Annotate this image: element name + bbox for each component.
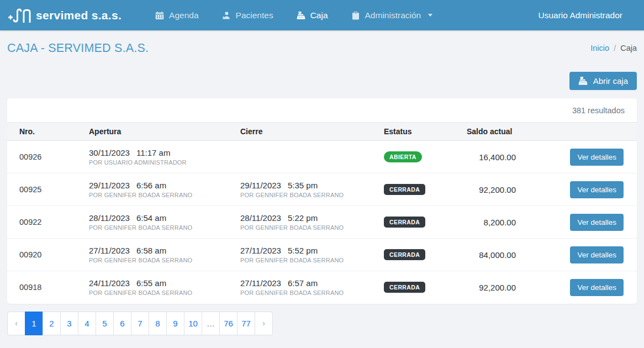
apertura-time: 6:56 am <box>136 181 166 190</box>
cierre-by: POR GENNIFER BOADA SERRANO <box>240 224 375 231</box>
cell-cierre: 27/11/20236:57 am POR GENNIFER BOADA SER… <box>236 271 379 304</box>
cell-nro: 00926 <box>7 141 85 173</box>
nav-item-administracion[interactable]: Administración <box>340 0 445 30</box>
apertura-by: POR GENNIFER BOADA SERRANO <box>89 257 231 263</box>
column-header-estatus: Estatus <box>379 123 462 141</box>
breadcrumb-separator: / <box>614 44 616 52</box>
apertura-by: POR GENNIFER BOADA SERRANO <box>89 289 231 296</box>
table-row: 00918 24/11/20236:55 am POR GENNIFER BOA… <box>7 271 637 304</box>
cierre-date: 29/11/2023 <box>240 181 281 190</box>
apertura-date: 28/11/2023 <box>89 213 130 223</box>
servimed-logo-icon <box>8 7 33 24</box>
view-details-button[interactable]: Ver detalles <box>570 279 624 296</box>
pagination: ‹ 1 2 3 4 5 6 7 8 9 10 … 76 77 › <box>7 312 637 335</box>
cell-apertura: 27/11/20236:58 am POR GENNIFER BOADA SER… <box>85 239 236 271</box>
pagination-page[interactable]: 9 <box>166 312 184 335</box>
pagination-page[interactable]: 7 <box>131 312 149 335</box>
cell-actions: Ver detalles <box>520 206 637 239</box>
status-badge: ABIERTA <box>384 151 422 162</box>
cierre-time: 6:57 am <box>288 278 318 288</box>
navbar: servimed s.a.s. Agenda Pacientes <box>0 0 644 30</box>
nav-item-agenda[interactable]: Agenda <box>144 0 210 30</box>
patient-icon <box>222 11 231 20</box>
cash-register-icon <box>578 76 588 86</box>
cierre-date: 27/11/2023 <box>240 278 281 288</box>
pagination-page[interactable]: 4 <box>78 312 96 335</box>
pagination-page[interactable]: 1 <box>25 312 43 335</box>
cell-apertura: 30/11/202311:17 am POR USUARIO ADMINISTR… <box>85 141 236 173</box>
pagination-page[interactable]: 2 <box>43 312 61 335</box>
brand-logo[interactable]: servimed s.a.s. <box>8 7 122 24</box>
brand-name: servimed s.a.s. <box>36 9 122 22</box>
cell-nro: 00920 <box>7 239 85 271</box>
cell-saldo: 8,200.00 <box>462 206 520 239</box>
cell-nro: 00922 <box>7 206 85 239</box>
breadcrumb-inicio-link[interactable]: Inicio <box>590 44 609 52</box>
cell-apertura: 24/11/20236:55 am POR GENNIFER BOADA SER… <box>85 271 236 304</box>
cell-actions: Ver detalles <box>520 173 637 206</box>
apertura-date: 29/11/2023 <box>89 181 130 190</box>
clipboard-icon <box>351 11 360 20</box>
cell-estatus: CERRADA <box>379 271 462 304</box>
apertura-time: 6:58 am <box>136 246 166 255</box>
view-details-button[interactable]: Ver detalles <box>570 246 624 263</box>
nav-item-pacientes[interactable]: Pacientes <box>210 0 285 30</box>
nav-item-label: Administración <box>365 10 421 20</box>
cierre-time: 5:52 pm <box>288 246 318 255</box>
apertura-time: 11:17 am <box>136 148 170 157</box>
pagination-next[interactable]: › <box>255 312 273 335</box>
nav-item-caja[interactable]: Caja <box>285 0 340 30</box>
column-header-saldo: Saldo actual <box>462 123 520 141</box>
cierre-by: POR GENNIFER BOADA SERRANO <box>240 257 375 263</box>
open-cash-button[interactable]: Abrir caja <box>569 72 637 90</box>
cell-estatus: ABIERTA <box>379 141 462 173</box>
cell-saldo: 92,200.00 <box>462 271 520 304</box>
pagination-prev[interactable]: ‹ <box>7 312 25 335</box>
apertura-by: POR GENNIFER BOADA SERRANO <box>89 224 231 231</box>
calendar-icon <box>155 11 164 20</box>
cash-sessions-table: Nro. Apertura Cierre Estatus Saldo actua… <box>7 122 637 304</box>
cell-actions: Ver detalles <box>520 141 637 173</box>
pagination-page[interactable]: 6 <box>113 312 131 335</box>
view-details-button[interactable]: Ver detalles <box>570 149 624 166</box>
page-title: CAJA - SERVIMED S.A.S. <box>7 41 149 55</box>
nav-item-label: Caja <box>310 10 328 20</box>
view-details-button[interactable]: Ver detalles <box>570 181 624 198</box>
cell-estatus: CERRADA <box>379 239 462 271</box>
cash-sessions-card: 381 resultados Nro. Apertura Cierre Esta… <box>7 98 637 304</box>
view-details-button[interactable]: Ver detalles <box>570 214 624 231</box>
cell-cierre <box>236 141 379 173</box>
cell-saldo: 92,200.00 <box>462 173 520 206</box>
cell-nro: 00925 <box>7 173 85 206</box>
table-header-row: Nro. Apertura Cierre Estatus Saldo actua… <box>7 123 637 141</box>
apertura-date: 27/11/2023 <box>89 246 130 255</box>
cierre-date: 28/11/2023 <box>240 213 281 223</box>
cierre-date: 27/11/2023 <box>240 246 281 255</box>
column-header-cierre: Cierre <box>236 123 379 141</box>
column-header-actions <box>520 123 637 141</box>
apertura-by: POR USUARIO ADMINISTRADOR <box>89 159 231 166</box>
nav-item-label: Pacientes <box>236 10 273 20</box>
table-row: 00926 30/11/202311:17 am POR USUARIO ADM… <box>7 141 637 173</box>
pagination-page[interactable]: 5 <box>96 312 114 335</box>
pagination-page[interactable]: 76 <box>219 312 237 335</box>
column-header-nro: Nro. <box>7 123 85 141</box>
cierre-time: 5:22 pm <box>288 213 318 223</box>
pagination-page[interactable]: 10 <box>184 312 202 335</box>
pagination-page[interactable]: 8 <box>149 312 167 335</box>
open-cash-button-label: Abrir caja <box>593 76 628 86</box>
cierre-by: POR GENNIFER BOADA SERRANO <box>240 192 375 198</box>
table-row: 00920 27/11/20236:58 am POR GENNIFER BOA… <box>7 239 637 271</box>
breadcrumb: Inicio / Caja <box>590 44 637 52</box>
pagination-page[interactable]: 77 <box>237 312 255 335</box>
table-row: 00925 29/11/20236:56 am POR GENNIFER BOA… <box>7 173 637 206</box>
caret-down-icon <box>428 14 432 17</box>
pagination-page[interactable]: 3 <box>60 312 78 335</box>
pagination-ellipsis: … <box>202 312 220 335</box>
cell-cierre: 29/11/20235:35 pm POR GENNIFER BOADA SER… <box>236 173 379 206</box>
breadcrumb-current: Caja <box>620 44 637 52</box>
nav-item-label: Agenda <box>169 10 198 20</box>
apertura-date: 30/11/2023 <box>89 148 130 157</box>
user-menu[interactable]: Usuario Administrador <box>539 10 622 20</box>
cell-actions: Ver detalles <box>520 271 637 304</box>
